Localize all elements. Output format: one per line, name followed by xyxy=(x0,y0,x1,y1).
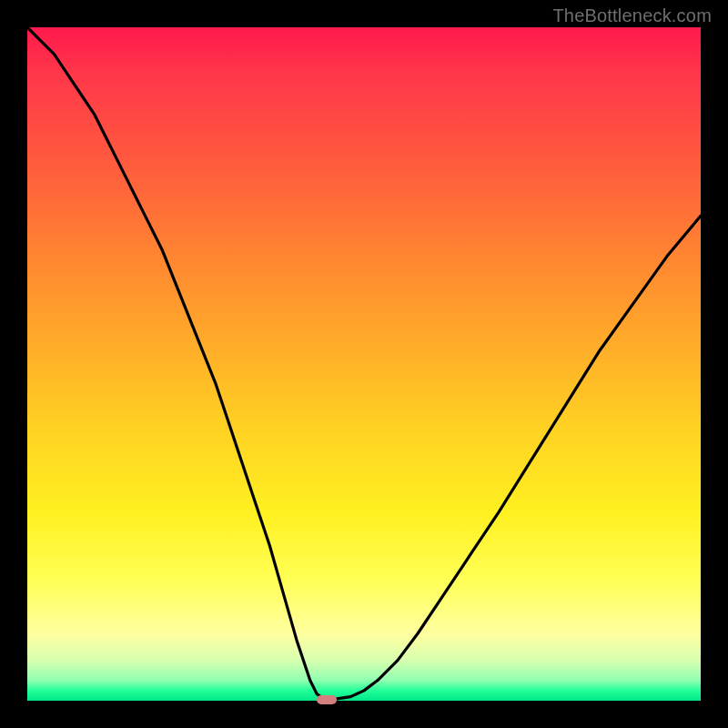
curve-path xyxy=(27,27,701,700)
watermark-text: TheBottleneck.com xyxy=(552,5,712,26)
plot-area xyxy=(27,27,701,701)
chart-frame: TheBottleneck.com xyxy=(0,0,728,728)
optimal-point-marker xyxy=(317,695,337,704)
bottleneck-curve xyxy=(27,27,701,701)
